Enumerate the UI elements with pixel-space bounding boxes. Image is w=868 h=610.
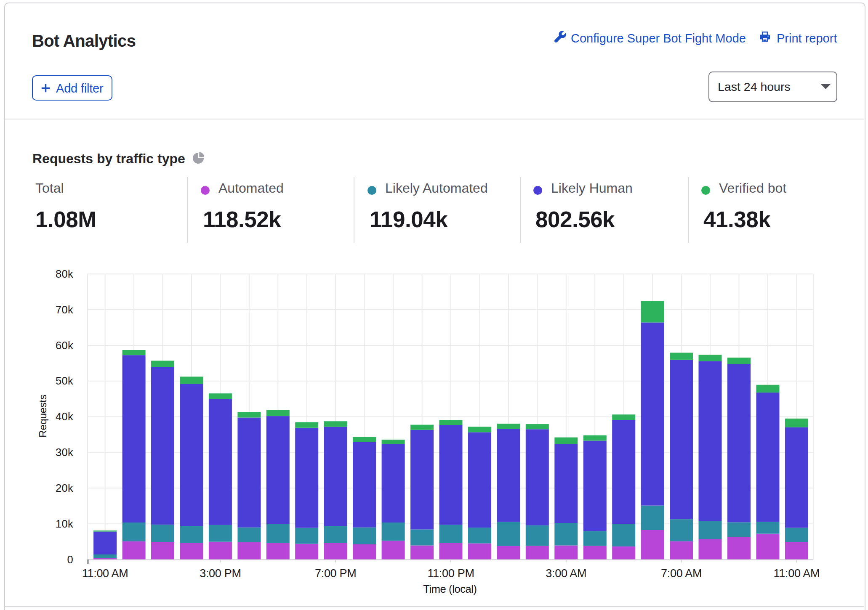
- svg-text:10k: 10k: [56, 518, 73, 530]
- svg-text:11:00 PM: 11:00 PM: [427, 567, 474, 580]
- svg-text:50k: 50k: [56, 375, 73, 387]
- svg-text:3:00 AM: 3:00 AM: [546, 567, 586, 580]
- svg-text:40k: 40k: [56, 411, 73, 422]
- svg-text:Requests: Requests: [37, 395, 48, 438]
- svg-text:11:00 AM: 11:00 AM: [82, 567, 128, 580]
- svg-text:20k: 20k: [56, 482, 73, 494]
- svg-text:Time (local): Time (local): [423, 583, 477, 595]
- svg-text:11:00 AM: 11:00 AM: [774, 567, 820, 580]
- svg-text:0: 0: [67, 554, 73, 565]
- svg-text:7:00 AM: 7:00 AM: [661, 567, 702, 580]
- svg-text:80k: 80k: [56, 268, 73, 280]
- svg-text:7:00 PM: 7:00 PM: [315, 567, 356, 580]
- svg-text:70k: 70k: [56, 304, 73, 316]
- svg-text:30k: 30k: [56, 446, 73, 458]
- svg-text:60k: 60k: [56, 339, 73, 351]
- svg-text:3:00 PM: 3:00 PM: [200, 567, 241, 580]
